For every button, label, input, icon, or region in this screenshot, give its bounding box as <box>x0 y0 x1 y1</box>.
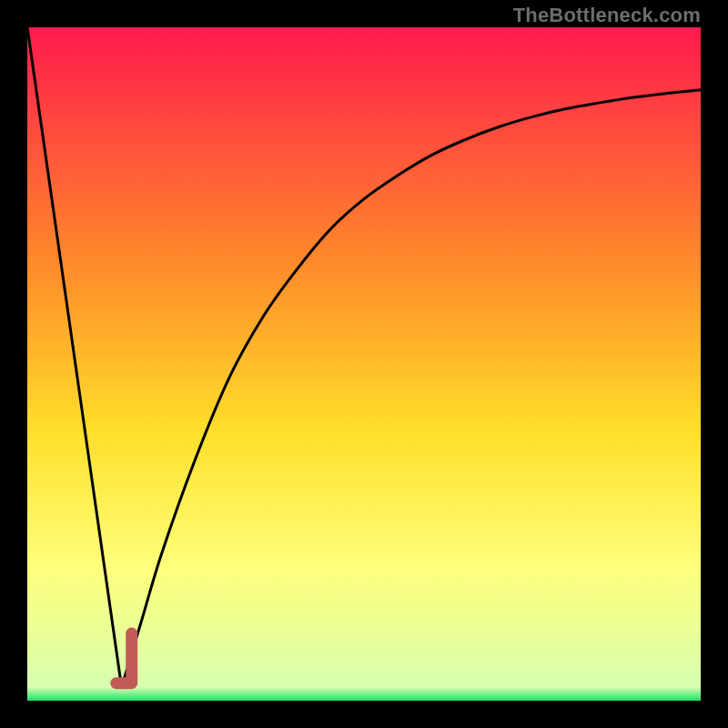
chart-svg <box>27 27 701 701</box>
heat-gradient-bg <box>27 27 701 701</box>
plot-area <box>27 27 701 701</box>
watermark-text: TheBottleneck.com <box>513 4 701 27</box>
chart-frame: TheBottleneck.com <box>0 0 728 728</box>
